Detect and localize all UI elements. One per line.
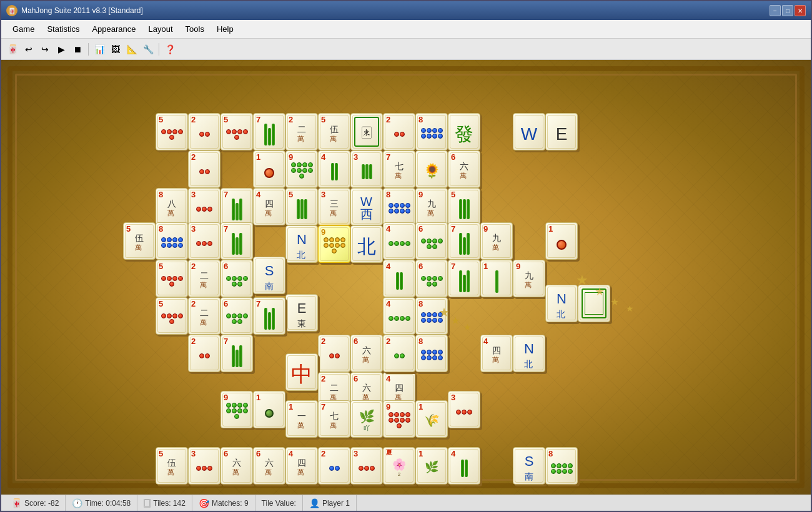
tile-r3-2[interactable]: 3	[188, 188, 220, 225]
tile-bot-2[interactable]: 3	[188, 447, 220, 485]
tile-r2-2[interactable]: 1	[253, 150, 285, 188]
tile-r2-5[interactable]: 3	[350, 150, 383, 188]
tile-r3-10[interactable]: 5	[448, 188, 480, 225]
tile-r3-4[interactable]: 4 四萬	[253, 188, 285, 225]
tile-6[interactable]: 5 伍萬	[318, 113, 350, 150]
tile-r2-6[interactable]: 7 七萬	[383, 150, 415, 188]
toolbar-appearance[interactable]: 🖼	[108, 42, 123, 57]
tile-bot-5[interactable]: 4 四萬	[285, 447, 318, 485]
tile-r4-1[interactable]: 5 伍萬	[123, 222, 156, 260]
tile-bot-3[interactable]: 6 六萬	[220, 447, 253, 485]
tile-r6-6[interactable]: 6 六萬	[350, 335, 383, 372]
toolbar-new-game[interactable]: 🀄	[5, 42, 20, 57]
tile-r5-1[interactable]: 5	[156, 260, 188, 297]
tile-r3-6[interactable]: 3 三萬	[318, 188, 350, 225]
tile-r4-4[interactable]: 7	[220, 222, 253, 260]
tile-r4-5[interactable]: N北	[285, 225, 318, 263]
tile-r5-11[interactable]: N北	[545, 285, 578, 322]
tile-r4-2[interactable]: 8	[156, 222, 188, 260]
tile-8[interactable]: 2	[383, 113, 415, 150]
tile-r6-9[interactable]: 4 四萬	[480, 335, 513, 372]
game-area[interactable]: 5 2 5	[1, 60, 811, 495]
maximize-button[interactable]: □	[782, 5, 793, 16]
tile-r2-7[interactable]: 🌻	[415, 150, 448, 188]
menu-statistics[interactable]: Statistics	[41, 22, 86, 36]
tile-3[interactable]: 5	[220, 113, 253, 150]
tile-r7-7[interactable]: 2	[383, 335, 415, 372]
tile-bot-12[interactable]: 8	[545, 447, 578, 485]
tile-bot-4[interactable]: 6 六萬	[253, 447, 285, 485]
tile-r8-6[interactable]: 9	[383, 400, 415, 438]
tile-r6-2[interactable]: 2 二萬	[188, 297, 220, 335]
tile-r4-3[interactable]: 3	[188, 222, 220, 260]
tile-r5-8[interactable]: 7	[448, 260, 480, 297]
toolbar-play[interactable]: ▶	[54, 42, 69, 57]
toolbar-stop[interactable]: ⏹	[70, 42, 85, 57]
tile-r7-1[interactable]: 2	[188, 335, 220, 372]
tile-r2-3[interactable]: 9	[285, 150, 318, 188]
tile-12[interactable]: E	[545, 113, 578, 150]
tile-r3-1[interactable]: 8 八萬	[156, 188, 188, 225]
toolbar-stats[interactable]: 📊	[92, 42, 107, 57]
tile-r6-3[interactable]: 6	[220, 297, 253, 335]
toolbar-redo[interactable]: ↪	[37, 42, 52, 57]
tile-r8-1[interactable]: 9	[220, 391, 253, 428]
toolbar-help[interactable]: ❓	[162, 42, 177, 57]
tile-r5-12[interactable]	[578, 285, 610, 322]
tile-r5-6[interactable]: 4	[383, 260, 415, 297]
tile-r5-5[interactable]: E東	[285, 294, 318, 332]
tile-r4-10[interactable]: 7	[448, 222, 480, 260]
tile-r3-3[interactable]: 7	[220, 188, 253, 225]
minimize-button[interactable]: −	[770, 5, 781, 16]
tile-bot-6[interactable]: 2	[318, 447, 350, 485]
close-button[interactable]: ✕	[795, 5, 806, 16]
tile-11[interactable]: W	[513, 113, 545, 150]
tile-r5-9[interactable]: 1	[480, 260, 513, 297]
toolbar-tools[interactable]: 🔧	[141, 42, 156, 57]
tile-r8-7[interactable]: 1 🌾	[415, 400, 448, 438]
tile-2[interactable]: 2	[188, 113, 220, 150]
tile-r2-8[interactable]: 6 六萬	[448, 150, 480, 188]
tile-10[interactable]: 發	[448, 113, 480, 150]
tile-r4-11[interactable]: 9 九萬	[480, 222, 513, 260]
tile-r5-2[interactable]: 2 二萬	[188, 260, 220, 297]
tile-r5-4[interactable]: S南	[253, 257, 285, 294]
tile-r7-2[interactable]: 7	[220, 335, 253, 372]
tile-4[interactable]: 7	[253, 113, 285, 150]
tile-r6-4[interactable]: 7	[253, 297, 285, 335]
tile-r8-2[interactable]: 1	[253, 391, 285, 428]
tile-r5-7[interactable]: 6	[415, 260, 448, 297]
tile-r2-1[interactable]: 2	[188, 150, 220, 188]
tile-r3-8[interactable]: 8	[383, 188, 415, 225]
tile-r8-8[interactable]: 3	[448, 391, 480, 428]
tile-r6-7[interactable]: 4	[383, 297, 415, 335]
tile-bot-8[interactable]: 夏 🌸 2	[383, 447, 415, 485]
tile-9[interactable]: 8	[415, 113, 448, 150]
tile-r2-4[interactable]: 4	[318, 150, 350, 188]
tile-r6-10[interactable]: N北	[513, 335, 545, 372]
tile-r5-10[interactable]: 9 九萬	[513, 260, 545, 297]
tile-1[interactable]: 5	[156, 113, 188, 150]
tile-r8-5[interactable]: 🌿 吖	[350, 400, 383, 438]
tile-r6-1[interactable]: 5	[156, 297, 188, 335]
tile-r3-5[interactable]: 5	[285, 188, 318, 225]
tile-r3-9[interactable]: 9 九萬	[415, 188, 448, 225]
tile-r4-8[interactable]: 4	[383, 222, 415, 260]
tile-r5-3[interactable]: 6	[220, 260, 253, 297]
menu-appearance[interactable]: Appearance	[86, 22, 142, 36]
tile-7[interactable]: 🀀	[350, 113, 383, 150]
tile-bot-10[interactable]: 4	[448, 447, 480, 485]
tile-r8-3[interactable]: 1 一萬	[285, 400, 318, 438]
tile-r4-7[interactable]: 北	[350, 225, 383, 263]
tile-bot-11[interactable]: S南	[513, 447, 545, 485]
toolbar-layout[interactable]: 📐	[124, 42, 139, 57]
tile-bot-9[interactable]: 1 🌿	[415, 447, 448, 485]
menu-tools[interactable]: Tools	[179, 22, 210, 36]
tile-r4-9[interactable]: 6	[415, 222, 448, 260]
tile-r8-4[interactable]: 7 七萬	[318, 400, 350, 438]
tile-bot-1[interactable]: 5 伍萬	[156, 447, 188, 485]
menu-game[interactable]: Game	[6, 22, 41, 36]
tile-r7-3[interactable]: 中	[285, 353, 318, 391]
tile-r7-8[interactable]: 8	[415, 335, 448, 372]
tile-r4-12[interactable]: 1	[545, 222, 578, 260]
